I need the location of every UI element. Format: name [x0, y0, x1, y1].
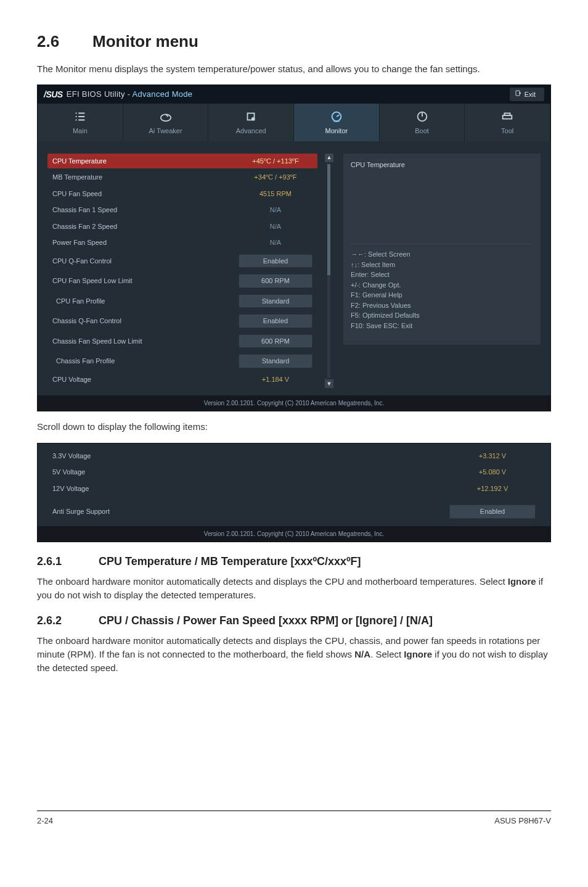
page-number: 2-24	[37, 815, 53, 827]
bios-footer-2: Version 2.00.1201. Copyright (C) 2010 Am…	[38, 526, 550, 542]
row-chassis-fan-low-limit[interactable]: Chassis Fan Speed Low Limit 600 RPM	[47, 332, 317, 351]
power-icon	[382, 110, 462, 123]
bios-tabs: Main Ai Tweaker Advanced Monitor Boot To…	[38, 104, 550, 141]
label: CPU Temperature	[52, 156, 239, 167]
row-5v[interactable]: 5V Voltage +5.080 V	[47, 464, 541, 480]
label: CPU Fan Profile	[52, 296, 239, 307]
row-chassis-fan-1[interactable]: Chassis Fan 1 Speed N/A	[47, 202, 317, 218]
tab-boot[interactable]: Boot	[380, 104, 465, 141]
row-mb-temperature[interactable]: MB Temperature +34ºC / +93ºF	[47, 170, 317, 185]
scroll-down-icon[interactable]: ▼	[325, 379, 333, 388]
row-12v[interactable]: 12V Voltage +12.192 V	[47, 481, 541, 497]
value: N/A	[239, 221, 312, 232]
svg-point-3	[251, 117, 255, 121]
intro-text: The Monitor menu displays the system tem…	[37, 62, 551, 76]
value[interactable]: Standard	[239, 354, 312, 368]
value[interactable]: Standard	[239, 294, 312, 308]
help-line: →←: Select Screen	[351, 249, 533, 260]
help-line: F1: General Help	[351, 290, 533, 300]
svg-rect-7	[505, 113, 510, 116]
value: +1.184 V	[239, 374, 312, 385]
row-power-fan[interactable]: Power Fan Speed N/A	[47, 235, 317, 250]
help-line: +/-: Change Opt.	[351, 280, 533, 291]
label: Power Fan Speed	[52, 237, 239, 248]
tool-icon	[467, 110, 547, 123]
scroll-caption: Scroll down to display the following ite…	[37, 420, 551, 434]
tab-main[interactable]: Main	[38, 104, 123, 141]
row-cpu-temperature[interactable]: CPU Temperature +45ºC / +113ºF	[47, 154, 317, 169]
label: Chassis Fan Speed Low Limit	[52, 336, 239, 347]
tweaker-icon	[126, 110, 206, 123]
tab-ai-tweaker[interactable]: Ai Tweaker	[123, 104, 209, 141]
section-number: 2.6	[37, 30, 92, 54]
help-line: ↑↓: Select Item	[351, 260, 533, 270]
row-chassis-qfan[interactable]: Chassis Q-Fan Control Enabled	[47, 311, 317, 331]
help-line: F5: Optimized Defaults	[351, 310, 533, 321]
help-line: F10: Save ESC: Exit	[351, 321, 533, 331]
value[interactable]: Enabled	[239, 254, 312, 268]
label: Chassis Fan 2 Speed	[52, 221, 239, 232]
value: +45ºC / +113ºF	[239, 156, 312, 167]
row-chassis-fan-2[interactable]: Chassis Fan 2 Speed N/A	[47, 219, 317, 234]
row-cpu-fan-speed[interactable]: CPU Fan Speed 4515 RPM	[47, 186, 317, 202]
tab-boot-label: Boot	[415, 127, 429, 134]
row-cpu-voltage[interactable]: CPU Voltage +1.184 V	[47, 372, 317, 387]
bios-screenshot-2: 3.3V Voltage +3.312 V 5V Voltage +5.080 …	[37, 443, 551, 542]
value[interactable]: 600 RPM	[239, 274, 312, 288]
exit-button[interactable]: Exit	[510, 88, 544, 102]
value: N/A	[239, 205, 312, 215]
scroll-up-icon[interactable]: ▲	[325, 154, 333, 162]
value[interactable]: 600 RPM	[239, 334, 312, 349]
label: CPU Q-Fan Control	[52, 256, 239, 266]
row-cpu-fan-low-limit[interactable]: CPU Fan Speed Low Limit 600 RPM	[47, 271, 317, 291]
value: +5.080 V	[449, 467, 536, 477]
page-footer: 2-24 ASUS P8H67-V	[37, 811, 551, 827]
label: MB Temperature	[52, 172, 239, 183]
bios-brand: /SUS EFI BIOS Utility - Advanced Mode	[44, 88, 192, 101]
value: +12.192 V	[449, 484, 536, 494]
label: Chassis Fan 1 Speed	[52, 205, 239, 215]
sub-title: CPU Temperature / MB Temperature [xxxºC/…	[99, 553, 530, 570]
value[interactable]: Enabled	[449, 505, 536, 519]
sidebar-divider	[351, 244, 533, 244]
row-cpu-fan-profile[interactable]: CPU Fan Profile Standard	[47, 292, 317, 311]
value: N/A	[239, 237, 312, 248]
section-title: Monitor menu	[92, 32, 198, 51]
tab-tool-label: Tool	[501, 127, 513, 134]
scroll-thumb[interactable]	[327, 164, 330, 275]
bios-screenshot: /SUS EFI BIOS Utility - Advanced Mode Ex…	[37, 85, 551, 412]
scroll-track[interactable]	[327, 164, 330, 378]
scrollbar[interactable]: ▲ ▼	[324, 154, 335, 389]
value[interactable]: Enabled	[239, 314, 312, 328]
label: Chassis Fan Profile	[52, 356, 239, 366]
tab-monitor[interactable]: Monitor	[294, 104, 380, 141]
label: Anti Surge Support	[52, 506, 449, 517]
row-anti-surge[interactable]: Anti Surge Support Enabled	[47, 502, 541, 521]
help-line: Enter: Select	[351, 270, 533, 280]
subsection-2-6-1: 2.6.1CPU Temperature / MB Temperature [x…	[37, 553, 551, 570]
bios-title-a: EFI BIOS Utility -	[67, 89, 133, 99]
exit-icon	[515, 89, 522, 100]
svg-point-1	[160, 115, 171, 122]
sub1-body: The onboard hardware monitor automatical…	[37, 575, 551, 602]
asus-logo: /SUS	[44, 88, 63, 101]
label: CPU Voltage	[52, 374, 239, 385]
label: 12V Voltage	[52, 484, 449, 494]
row-cpu-qfan[interactable]: CPU Q-Fan Control Enabled	[47, 252, 317, 271]
tab-tool[interactable]: Tool	[465, 104, 550, 141]
tab-advanced[interactable]: Advanced	[208, 104, 294, 141]
row-chassis-fan-profile[interactable]: Chassis Fan Profile Standard	[47, 352, 317, 371]
tab-ai-label: Ai Tweaker	[149, 127, 182, 134]
sub2-body: The onboard hardware monitor automatical…	[37, 634, 551, 674]
bios-title-b: Advanced Mode	[133, 89, 193, 99]
label: Chassis Q-Fan Control	[52, 316, 239, 326]
label: 5V Voltage	[52, 467, 449, 477]
bios-footer: Version 2.00.1201. Copyright (C) 2010 Am…	[38, 395, 550, 411]
tab-mon-label: Monitor	[325, 127, 348, 134]
monitor-icon	[296, 110, 377, 123]
row-3v3[interactable]: 3.3V Voltage +3.312 V	[47, 448, 541, 464]
tab-adv-label: Advanced	[236, 127, 266, 134]
tab-main-label: Main	[73, 127, 88, 134]
value: +34ºC / +93ºF	[239, 172, 312, 183]
chip-icon	[211, 110, 291, 123]
